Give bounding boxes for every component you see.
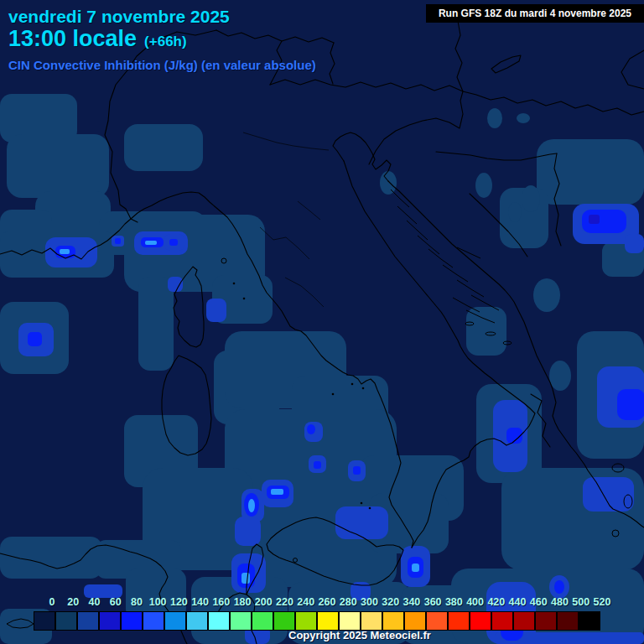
- forecast-time: 13:00 locale: [8, 26, 137, 51]
- copyright-text: Copyright 2025 Meteociel.fr: [288, 629, 431, 641]
- forecast-time-row: 13:00 locale(+66h): [8, 26, 187, 52]
- parameter-title: CIN Convective Inhibition (J/kg) (en val…: [8, 58, 316, 72]
- weather-map-page: vendredi 7 novembre 2025 13:00 locale(+6…: [0, 0, 644, 644]
- forecast-date: vendredi 7 novembre 2025: [8, 7, 230, 27]
- model-run-info: Run GFS 18Z du mardi 4 novembre 2025: [426, 4, 644, 23]
- cin-patches: [0, 94, 644, 644]
- map-canvas: [0, 0, 644, 644]
- forecast-offset: (+66h): [144, 34, 187, 49]
